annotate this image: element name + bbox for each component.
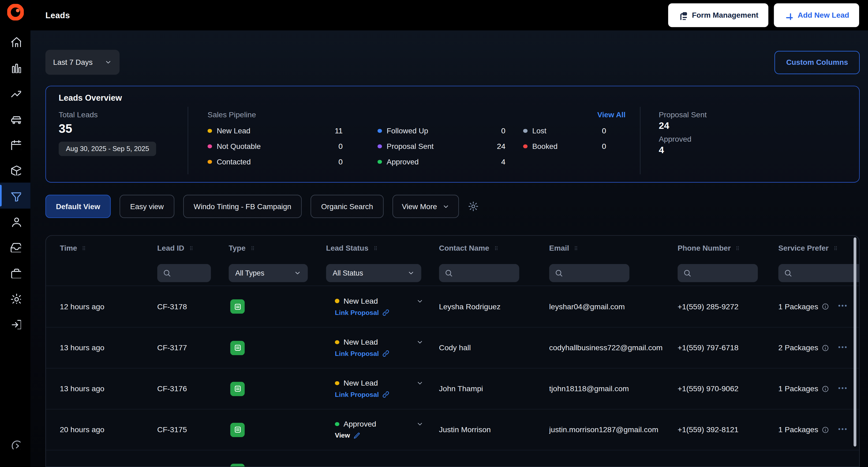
overview-date-range[interactable]: Aug 30, 2025 - Sep 5, 2025 [59,142,156,156]
drag-handle-icon[interactable] [249,244,255,252]
lead-status-select[interactable]: New Lead [335,297,424,305]
search-icon [163,269,171,277]
link-proposal-label: Link Proposal [335,308,379,316]
link-proposal-link[interactable]: Link Proposal [335,391,439,398]
type-filter-dropdown[interactable]: All Types [228,264,308,282]
sidebar-item-logout[interactable] [0,311,31,337]
drag-handle-icon[interactable] [188,244,194,252]
view-link[interactable]: View [335,432,439,439]
pipeline-item-value: 0 [602,127,606,135]
lead-status-select[interactable]: New Lead [335,338,424,346]
drag-handle-icon[interactable] [493,244,499,252]
cell-type [228,464,326,467]
form-type-badge[interactable] [230,381,245,396]
views-settings-button[interactable] [468,201,479,212]
pipeline-item-value: 24 [497,142,505,151]
sidebar-collapse-button[interactable] [10,439,20,452]
drag-handle-icon[interactable] [832,244,839,252]
sidebar-item-leads[interactable] [0,183,31,209]
clipboard-icon [678,11,687,20]
form-icon [233,302,242,311]
email-search-input[interactable] [567,268,624,278]
sidebar-item-customers[interactable] [0,208,31,234]
status-filter-dropdown[interactable]: All Status [326,264,421,282]
view-more-dropdown[interactable]: View More [393,195,459,218]
row-actions-button[interactable] [836,299,849,314]
link-proposal-label: Link Proposal [335,350,379,358]
sidebar-item-jobs[interactable] [0,260,31,286]
drag-handle-icon[interactable] [372,244,378,252]
form-management-button[interactable]: Form Management [668,3,768,27]
custom-columns-button[interactable]: Custom Columns [775,51,860,74]
table-body: 12 hours agoCF-3178New LeadLink Proposal… [46,286,859,467]
view-tab[interactable]: Default View [45,195,111,218]
chevron-down-icon [416,298,424,305]
form-type-badge[interactable] [230,341,245,355]
view-tab[interactable]: Windo Tinting - FB Campaign [183,195,302,218]
info-icon[interactable] [822,303,830,310]
column-header: Service Prefer [778,244,859,252]
date-range-dropdown[interactable]: Last 7 Days [45,50,120,75]
sidebar-item-vehicles[interactable] [0,106,31,131]
add-new-lead-button[interactable]: Add New Lead [774,3,859,27]
status-dot-icon [523,129,527,133]
info-icon[interactable] [822,385,830,393]
service-search-input[interactable] [796,268,859,278]
sidebar-item-board[interactable] [0,54,31,80]
pipeline-item-value: 11 [335,127,343,135]
add-new-lead-label: Add New Lead [798,11,849,19]
row-actions-button[interactable] [836,422,849,437]
drag-handle-icon[interactable] [573,244,579,252]
lead-status-label: New Lead [343,338,378,346]
table-scrollbar[interactable] [854,237,856,464]
cell-email: leyshar04@gmail.com [549,302,678,311]
sidebar-item-packages[interactable] [0,157,31,183]
phone-search[interactable] [678,264,758,282]
drag-handle-icon[interactable] [81,244,87,252]
lead-id-search[interactable] [157,264,211,282]
row-actions-button[interactable] [836,463,849,467]
form-icon [233,343,242,352]
lead-status-select[interactable]: Approved [335,420,424,428]
app-logo[interactable] [0,0,31,24]
approved-value: 4 [659,145,859,156]
phone-search-input[interactable] [695,268,752,278]
pipeline-item-label: Lost [532,127,602,135]
total-leads-block: Total Leads 35 Aug 30, 2025 - Sep 5, 202… [46,107,188,174]
contact-name-search[interactable] [439,264,520,282]
lead-status-select[interactable]: New Lead [335,379,424,387]
pipeline-item-label: Followed Up [386,127,501,135]
lead-id-search-input[interactable] [175,268,206,278]
view-tab[interactable]: Organic Search [310,195,383,218]
column-header-label: Type [228,244,245,252]
sidebar-nav [0,29,31,337]
row-actions-button[interactable] [836,340,849,355]
service-search[interactable] [778,264,859,282]
sidebar-item-inbox[interactable] [0,234,31,260]
view-all-link[interactable]: View All [597,110,625,119]
email-search[interactable] [549,264,629,282]
chevron-down-icon [416,379,424,387]
link-proposal-link[interactable]: Link Proposal [335,308,439,316]
info-icon[interactable] [822,344,830,352]
sidebar-item-reports[interactable] [0,80,31,106]
main-content: Last 7 Days Custom Columns Leads Overvie… [31,31,868,467]
info-icon[interactable] [822,426,830,434]
form-type-badge[interactable] [230,299,245,314]
link-proposal-link[interactable]: Link Proposal [335,350,439,358]
view-tab[interactable]: Easy view [120,195,174,218]
scrollbar-thumb[interactable] [854,237,856,446]
cell-lead-status: New LeadLink Proposal [326,286,439,327]
form-type-badge[interactable] [230,423,245,437]
gear-icon [10,293,21,304]
row-actions-button[interactable] [836,381,849,396]
pipeline-item: New Lead11 [208,127,343,135]
sidebar-item-settings[interactable] [0,286,31,311]
drag-handle-icon[interactable] [735,244,741,252]
contact-name-search-input[interactable] [457,268,514,278]
sidebar-item-calendar[interactable] [0,131,31,157]
lead-status-label: Approved [343,420,376,428]
form-type-badge[interactable] [230,464,245,467]
sidebar-item-home[interactable] [0,29,31,54]
briefcase-icon [10,267,21,278]
